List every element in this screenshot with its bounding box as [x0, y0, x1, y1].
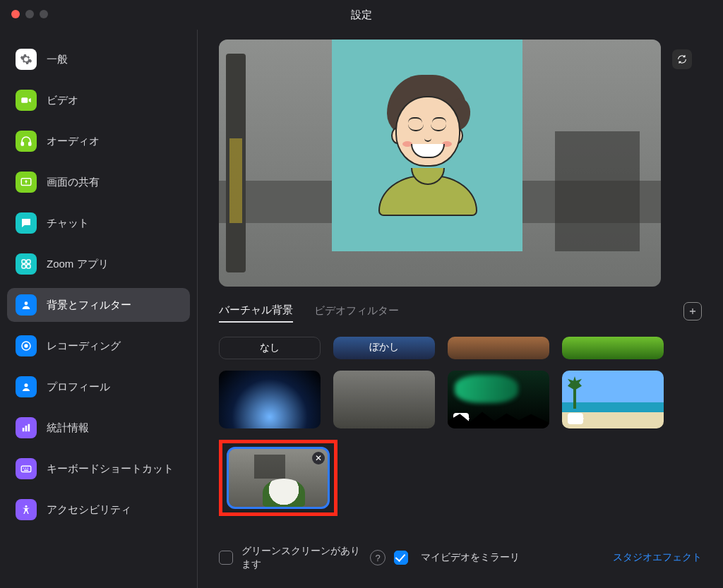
sidebar-item-label: 画面の共有: [47, 176, 100, 189]
sidebar-item-label: 統計情報: [47, 421, 89, 435]
zoom-window-button[interactable]: [40, 10, 48, 18]
svg-rect-14: [28, 424, 30, 432]
window-title: 設定: [0, 8, 723, 22]
bg-thumb-label: なし: [220, 342, 320, 354]
add-background-button[interactable]: [683, 302, 702, 320]
sidebar-item-label: キーボードショートカット: [47, 462, 174, 476]
svg-rect-15: [21, 466, 31, 472]
background-tabs: バーチャル背景 ビデオフィルター: [219, 299, 702, 323]
sidebar-item-zoom-apps[interactable]: Zoom アプリ: [7, 247, 190, 281]
accessibility-icon: [16, 499, 37, 520]
video-icon: [16, 90, 37, 111]
greenscreen-checkbox[interactable]: [219, 551, 233, 565]
bg-thumb-blur[interactable]: ぼかし: [333, 337, 435, 359]
bg-thumb-grass[interactable]: [562, 337, 664, 359]
record-icon: [16, 335, 37, 356]
bg-thumb-earth[interactable]: [219, 371, 321, 428]
window-controls: [11, 10, 48, 18]
help-icon[interactable]: ?: [370, 550, 386, 565]
rotate-camera-button[interactable]: [672, 49, 692, 69]
sidebar-item-keyboard-shortcuts[interactable]: キーボードショートカット: [7, 452, 190, 486]
video-badge-icon: [453, 413, 469, 424]
bg-thumb-label: ぼかし: [333, 341, 435, 354]
mirror-video-checkbox[interactable]: [394, 551, 408, 565]
sidebar-item-label: プロフィール: [47, 380, 110, 394]
svg-rect-6: [22, 265, 25, 268]
svg-point-11: [24, 383, 28, 387]
svg-rect-5: [27, 260, 30, 263]
sidebar-item-accessibility[interactable]: アクセシビリティ: [7, 493, 190, 527]
svg-point-8: [25, 301, 28, 305]
background-gallery: なし ぼかし: [219, 337, 702, 516]
bg-thumb-bridge[interactable]: [448, 337, 549, 359]
video-preview: [219, 40, 702, 287]
video-badge-icon: [568, 413, 583, 424]
sidebar-item-statistics[interactable]: 統計情報: [7, 411, 190, 445]
sidebar-item-label: Zoom アプリ: [47, 258, 109, 271]
sidebar-item-label: 背景とフィルター: [47, 299, 131, 312]
sidebar-item-label: オーディオ: [47, 135, 100, 148]
svg-rect-12: [23, 428, 25, 431]
sidebar-item-video[interactable]: ビデオ: [7, 83, 190, 117]
apps-icon: [16, 253, 37, 275]
sidebar-item-audio[interactable]: オーディオ: [7, 124, 190, 158]
svg-rect-1: [21, 143, 23, 146]
svg-rect-13: [25, 426, 28, 431]
close-window-button[interactable]: [11, 10, 20, 18]
main-panel: バーチャル背景 ビデオフィルター なし ぼかし: [198, 30, 723, 588]
svg-point-16: [23, 468, 25, 469]
svg-point-20: [25, 505, 28, 508]
studio-effects-link[interactable]: スタジオエフェクト: [613, 551, 702, 564]
bg-thumb-custom-highlight: ✕: [219, 440, 337, 516]
sidebar-item-share-screen[interactable]: 画面の共有: [7, 165, 190, 199]
mirror-video-label: マイビデオをミラーリ: [421, 551, 520, 564]
bg-thumb-aurora[interactable]: [448, 371, 549, 428]
svg-rect-2: [29, 143, 31, 146]
background-icon: [16, 294, 37, 316]
svg-rect-0: [21, 97, 28, 103]
sidebar-item-profile[interactable]: プロフィール: [7, 370, 190, 404]
settings-sidebar: 一般 ビデオ オーディオ 画面の共有 チャット: [0, 30, 198, 588]
svg-point-10: [24, 344, 28, 347]
sidebar-item-label: アクセシビリティ: [47, 503, 131, 517]
greenscreen-label: グリーンスクリーンがあります: [241, 544, 362, 571]
sidebar-item-recording[interactable]: レコーディング: [7, 329, 190, 363]
profile-icon: [16, 376, 37, 397]
headphones-icon: [16, 131, 37, 152]
svg-rect-4: [22, 260, 25, 263]
footer-controls: グリーンスクリーンがあります ? マイビデオをミラーリ スタジオエフェクト: [219, 544, 702, 571]
sidebar-item-label: レコーディング: [47, 340, 121, 353]
stats-icon: [16, 417, 37, 438]
svg-rect-19: [24, 470, 28, 471]
remove-background-button[interactable]: ✕: [312, 452, 325, 464]
titlebar: 設定: [0, 0, 723, 30]
sidebar-item-general[interactable]: 一般: [7, 42, 190, 76]
bg-thumb-none[interactable]: なし: [219, 337, 321, 359]
sidebar-item-background-filters[interactable]: 背景とフィルター: [7, 288, 190, 322]
tab-video-filters[interactable]: ビデオフィルター: [314, 300, 399, 322]
keyboard-icon: [16, 458, 37, 479]
svg-point-18: [28, 468, 29, 469]
svg-point-17: [25, 468, 27, 469]
minimize-window-button[interactable]: [25, 10, 34, 18]
svg-rect-7: [27, 265, 30, 268]
sidebar-item-label: ビデオ: [47, 94, 78, 107]
share-screen-icon: [16, 172, 37, 193]
bg-thumb-beach[interactable]: [562, 371, 664, 428]
sidebar-item-label: 一般: [47, 53, 68, 66]
preview-avatar-card: [332, 40, 522, 251]
bg-thumb-office[interactable]: [333, 371, 435, 428]
gear-icon: [16, 49, 37, 70]
sidebar-item-label: チャット: [47, 217, 89, 230]
sidebar-item-chat[interactable]: チャット: [7, 206, 190, 240]
tab-virtual-background[interactable]: バーチャル背景: [219, 299, 293, 323]
chat-icon: [16, 212, 37, 234]
bg-thumb-custom-selected[interactable]: ✕: [227, 447, 330, 509]
